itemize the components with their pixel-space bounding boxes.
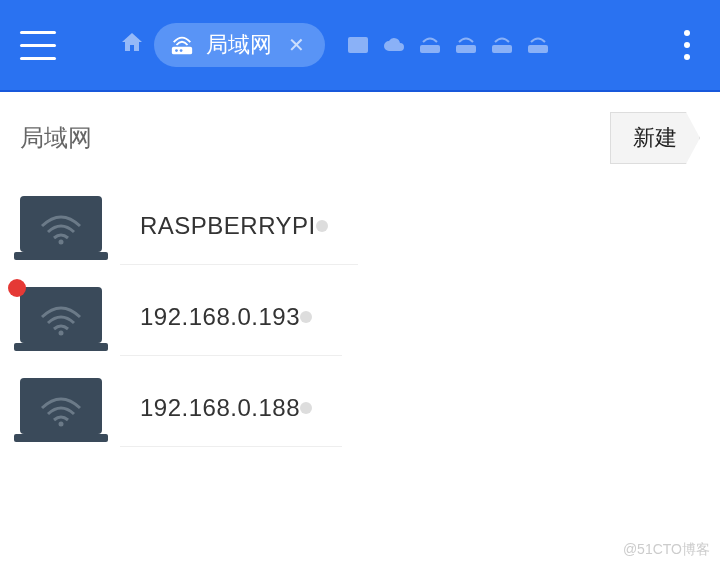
laptop-icon bbox=[14, 376, 108, 442]
list-item[interactable]: 192.168.0.188 bbox=[0, 356, 720, 447]
status-dot bbox=[300, 311, 312, 323]
status-dot bbox=[316, 220, 328, 232]
device-icon-2[interactable] bbox=[455, 34, 477, 56]
list-item[interactable]: RASPBERRYPI bbox=[0, 174, 720, 265]
home-icon[interactable] bbox=[120, 30, 144, 60]
svg-point-1 bbox=[175, 49, 178, 52]
device-name: 192.168.0.193 bbox=[140, 303, 300, 331]
svg-rect-6 bbox=[492, 45, 512, 53]
alert-badge-icon bbox=[8, 279, 26, 297]
svg-rect-9 bbox=[14, 252, 108, 260]
cloud-icon[interactable] bbox=[383, 34, 405, 56]
network-icon bbox=[170, 33, 194, 57]
tab-area: 局域网 ✕ bbox=[120, 23, 549, 67]
active-tab[interactable]: 局域网 ✕ bbox=[154, 23, 325, 67]
svg-rect-7 bbox=[528, 45, 548, 53]
device-name: 192.168.0.188 bbox=[140, 394, 300, 422]
menu-button[interactable] bbox=[10, 10, 70, 80]
svg-rect-3 bbox=[348, 37, 368, 53]
svg-rect-5 bbox=[456, 45, 476, 53]
device-icon-3[interactable] bbox=[491, 34, 513, 56]
svg-rect-15 bbox=[14, 434, 108, 442]
svg-point-16 bbox=[59, 421, 64, 426]
status-dot bbox=[300, 402, 312, 414]
svg-rect-12 bbox=[14, 343, 108, 351]
more-menu-button[interactable] bbox=[664, 10, 710, 80]
device-list: RASPBERRYPI 192.168.0.193 192.168.0.188 bbox=[0, 174, 720, 447]
device-icon-4[interactable] bbox=[527, 34, 549, 56]
laptop-icon bbox=[14, 194, 108, 260]
page-title: 局域网 bbox=[20, 122, 92, 154]
watermark: @51CTO博客 bbox=[623, 541, 710, 559]
new-button[interactable]: 新建 bbox=[610, 112, 700, 164]
svg-point-2 bbox=[180, 49, 183, 52]
svg-rect-4 bbox=[420, 45, 440, 53]
svg-point-13 bbox=[59, 330, 64, 335]
list-item[interactable]: 192.168.0.193 bbox=[0, 265, 720, 356]
image-icon[interactable] bbox=[347, 34, 369, 56]
app-header: 局域网 ✕ bbox=[0, 0, 720, 92]
device-icon-1[interactable] bbox=[419, 34, 441, 56]
laptop-icon bbox=[14, 285, 108, 351]
close-tab-icon[interactable]: ✕ bbox=[284, 33, 309, 57]
background-tabs bbox=[347, 34, 549, 56]
tab-label: 局域网 bbox=[206, 30, 272, 60]
subheader: 局域网 新建 bbox=[0, 92, 720, 174]
device-name: RASPBERRYPI bbox=[140, 212, 316, 240]
svg-point-10 bbox=[59, 239, 64, 244]
